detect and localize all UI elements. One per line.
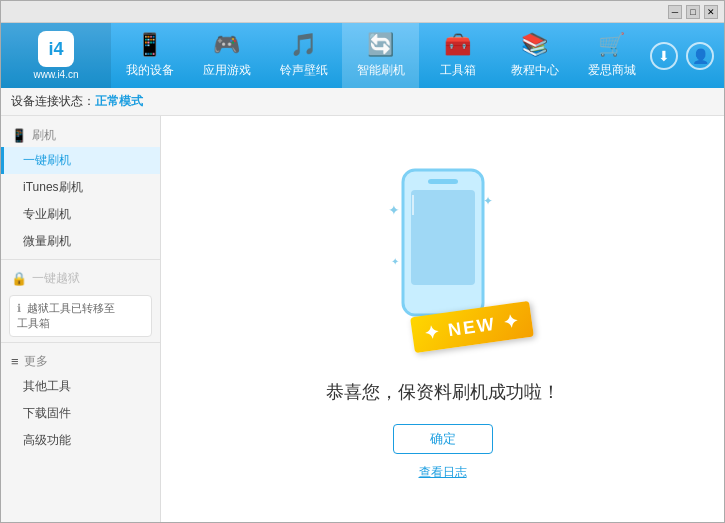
- title-bar: ─ □ ✕: [1, 1, 724, 23]
- sidebar-item-itunes-flash[interactable]: iTunes刷机: [1, 174, 160, 201]
- nav-toolbox-label: 工具箱: [440, 62, 476, 79]
- sidebar-section-more: ≡ 更多: [1, 347, 160, 373]
- nav-toolbox[interactable]: 🧰 工具箱: [419, 23, 496, 88]
- jailbreak-icon: 🔒: [11, 271, 27, 286]
- user-button[interactable]: 👤: [686, 42, 714, 70]
- sidebar-divider-1: [1, 259, 160, 260]
- sidebar-item-one-click-flash[interactable]: 一键刷机: [1, 147, 160, 174]
- nav-tutorials-label: 教程中心: [511, 62, 559, 79]
- nav-my-device[interactable]: 📱 我的设备: [111, 23, 188, 88]
- maximize-button[interactable]: □: [686, 5, 700, 19]
- smart-flash-icon: 🔄: [367, 32, 394, 58]
- confirm-button[interactable]: 确定: [393, 424, 493, 454]
- nav-mall-label: 爱思商城: [588, 62, 636, 79]
- device-status-bar: 设备连接状态： 正常模式: [1, 88, 724, 116]
- nav-bar: 📱 我的设备 🎮 应用游戏 🎵 铃声壁纸 🔄 智能刷机 🧰 工具箱 📚: [111, 23, 650, 88]
- my-device-icon: 📱: [136, 32, 163, 58]
- logo-icon: i4: [38, 31, 74, 67]
- window-controls: ─ □ ✕: [668, 5, 718, 19]
- status-value: 正常模式: [95, 93, 143, 110]
- download-firmware-label: 下载固件: [23, 406, 71, 420]
- flash-section-label: 刷机: [32, 127, 56, 144]
- advanced-label: 高级功能: [23, 433, 71, 447]
- nav-mall[interactable]: 🛒 爱思商城: [573, 23, 650, 88]
- more-icon: ≡: [11, 354, 19, 369]
- other-tools-label: 其他工具: [23, 379, 71, 393]
- flash-section-icon: 📱: [11, 128, 27, 143]
- ringtones-icon: 🎵: [290, 32, 317, 58]
- status-label: 设备连接状态：: [11, 93, 95, 110]
- sidebar-section-flash: 📱 刷机: [1, 121, 160, 147]
- sidebar-item-other-tools[interactable]: 其他工具: [1, 373, 160, 400]
- header: i4 www.i4.cn 📱 我的设备 🎮 应用游戏 🎵 铃声壁纸 🔄 智能刷机…: [1, 23, 724, 88]
- jailbreak-label: 一键越狱: [32, 270, 80, 287]
- tutorials-icon: 📚: [521, 32, 548, 58]
- sidebar-item-advanced[interactable]: 高级功能: [1, 427, 160, 454]
- one-click-flash-label: 一键刷机: [23, 153, 71, 167]
- main-content: ✦ ✦ ✦ ✦ NEW ✦ 恭喜您，保资料刷机成功啦！ 确定 查看日志: [161, 116, 724, 523]
- sidebar-divider-2: [1, 342, 160, 343]
- nav-tutorials[interactable]: 📚 教程中心: [496, 23, 573, 88]
- nav-smart-flash[interactable]: 🔄 智能刷机: [342, 23, 419, 88]
- toolbox-icon: 🧰: [444, 32, 471, 58]
- more-section-label: 更多: [24, 353, 48, 370]
- header-right: ⬇ 👤: [650, 42, 724, 70]
- jailbreak-info-text: 越狱工具已转移至工具箱: [17, 302, 115, 329]
- svg-text:✦: ✦: [391, 256, 399, 267]
- micro-flash-label: 微量刷机: [23, 234, 71, 248]
- sidebar-item-pro-flash[interactable]: 专业刷机: [1, 201, 160, 228]
- nav-apps-games[interactable]: 🎮 应用游戏: [188, 23, 265, 88]
- info-icon: ℹ: [17, 302, 21, 314]
- pro-flash-label: 专业刷机: [23, 207, 71, 221]
- minimize-button[interactable]: ─: [668, 5, 682, 19]
- main-layout: 📱 刷机 一键刷机 iTunes刷机 专业刷机 微量刷机 🔒 一键越狱: [1, 116, 724, 523]
- logo[interactable]: i4 www.i4.cn: [1, 23, 111, 88]
- nav-my-device-label: 我的设备: [126, 62, 174, 79]
- download-button[interactable]: ⬇: [650, 42, 678, 70]
- svg-text:✦: ✦: [483, 194, 493, 208]
- logo-url: www.i4.cn: [33, 69, 78, 80]
- sidebar-item-micro-flash[interactable]: 微量刷机: [1, 228, 160, 255]
- itunes-flash-label: iTunes刷机: [23, 180, 83, 194]
- success-illustration: ✦ ✦ ✦ ✦ NEW ✦: [353, 160, 533, 360]
- close-button[interactable]: ✕: [704, 5, 718, 19]
- svg-rect-2: [428, 179, 458, 184]
- sidebar-section-jailbreak: 🔒 一键越狱: [1, 264, 160, 290]
- view-log-link[interactable]: 查看日志: [419, 464, 467, 481]
- svg-text:✦: ✦: [388, 202, 400, 218]
- nav-ringtones[interactable]: 🎵 铃声壁纸: [265, 23, 342, 88]
- new-badge-prefix: ✦: [424, 320, 451, 343]
- new-badge-suffix: ✦: [495, 310, 522, 333]
- jailbreak-info-box: ℹ 越狱工具已转移至工具箱: [9, 295, 152, 337]
- sidebar-item-download-firmware[interactable]: 下载固件: [1, 400, 160, 427]
- nav-apps-games-label: 应用游戏: [203, 62, 251, 79]
- sidebar: 📱 刷机 一键刷机 iTunes刷机 专业刷机 微量刷机 🔒 一键越狱: [1, 116, 161, 523]
- nav-smart-flash-label: 智能刷机: [357, 62, 405, 79]
- success-title: 恭喜您，保资料刷机成功啦！: [326, 380, 560, 404]
- mall-icon: 🛒: [598, 32, 625, 58]
- confirm-button-label: 确定: [430, 430, 456, 448]
- nav-ringtones-label: 铃声壁纸: [280, 62, 328, 79]
- new-badge-text: NEW: [447, 313, 497, 339]
- svg-rect-1: [411, 190, 475, 285]
- apps-games-icon: 🎮: [213, 32, 240, 58]
